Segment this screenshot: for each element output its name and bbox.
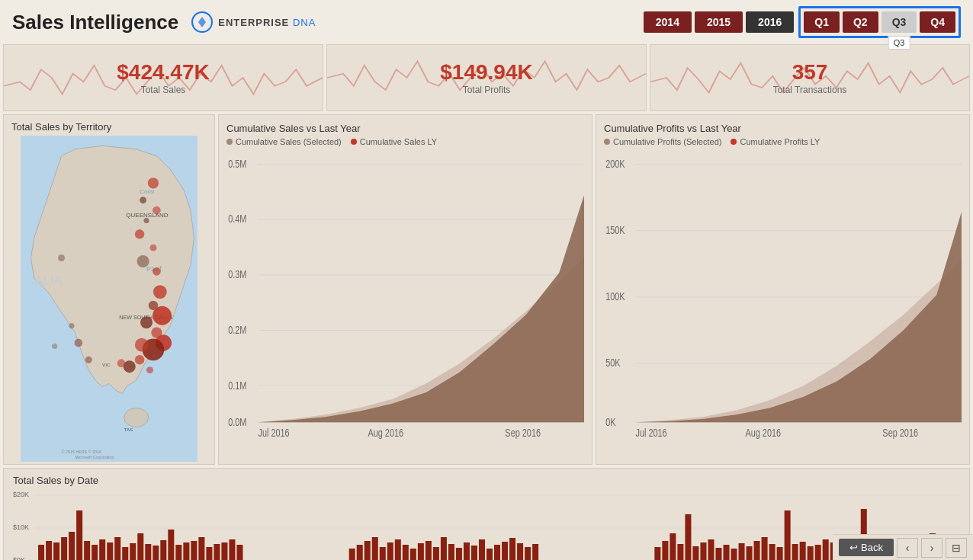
cumulative-sales-legend: Cumulative Sales (Selected) Cumulative S… bbox=[226, 137, 584, 146]
kpi-total-profits: $149.94K Total Profits bbox=[326, 44, 647, 111]
bar-27 bbox=[236, 545, 242, 560]
cumulative-charts-row: Cumulative Sales vs Last Year Cumulative… bbox=[218, 114, 970, 465]
bar-sep-4 bbox=[677, 544, 683, 560]
bubble-11 bbox=[153, 306, 172, 325]
x-label-jul-p: Jul 2016 bbox=[635, 427, 666, 439]
y-label-0k: 0K bbox=[605, 415, 616, 428]
quarter-q4-button[interactable]: Q4 bbox=[920, 11, 955, 33]
map-panel: Total Sales by Territory QUEENSLAND NEW … bbox=[3, 114, 215, 465]
bar-17 bbox=[160, 540, 166, 560]
bar-9 bbox=[99, 539, 105, 560]
x-label-aug: Aug 2016 bbox=[368, 427, 403, 439]
y-label-04: 0.4M bbox=[228, 213, 246, 226]
bar-25 bbox=[221, 542, 227, 560]
bar-sep-8 bbox=[708, 539, 714, 560]
bar-2 bbox=[46, 541, 52, 560]
bar-sep-23 bbox=[823, 539, 829, 560]
bar-y-0k: $0K bbox=[13, 556, 25, 560]
cumulative-profits-area: 200K 150K 100K 50K 0K bbox=[604, 151, 962, 439]
page-title: Sales Intelligence bbox=[12, 11, 178, 34]
bar-8 bbox=[92, 545, 98, 560]
bar-sep-2 bbox=[662, 541, 668, 560]
bar-y-20k: $20K bbox=[13, 491, 29, 498]
quarter-q1-button[interactable]: Q1 bbox=[804, 11, 840, 33]
prev-icon: ‹ bbox=[906, 542, 910, 554]
bubble-2 bbox=[140, 197, 146, 203]
prev-page-button[interactable]: ‹ bbox=[897, 538, 918, 558]
bar-aug-2 bbox=[357, 545, 363, 560]
australia-map: QUEENSLAND NEW SOUTH WALES VIC ALIA Cora… bbox=[4, 136, 214, 462]
header: Sales Intelligence ENTERPRISE DNA 2014 2… bbox=[0, 0, 973, 44]
tasmania bbox=[124, 408, 149, 427]
total-transactions-value: 357 bbox=[792, 60, 828, 85]
bar-18 bbox=[168, 530, 174, 560]
legend-profits-selected: Cumulative Profits (Selected) bbox=[604, 137, 721, 146]
bar-aug-3 bbox=[364, 541, 371, 560]
bubble-20 bbox=[146, 366, 153, 373]
logo-text: ENTERPRISE DNA bbox=[218, 17, 316, 28]
bar-aug-15 bbox=[456, 548, 462, 560]
legend-label-profits-selected: Cumulative Profits (Selected) bbox=[613, 137, 721, 146]
bar-aug-16 bbox=[464, 542, 470, 560]
bar-aug-25 bbox=[532, 544, 538, 560]
cumulative-sales-title: Cumulative Sales vs Last Year bbox=[226, 123, 584, 134]
bar-aug-19 bbox=[486, 549, 493, 560]
bar-sep-9 bbox=[715, 548, 721, 560]
bar-aug-9 bbox=[410, 549, 416, 560]
print-button[interactable]: ⊟ bbox=[946, 538, 967, 558]
bar-sep-19 bbox=[792, 544, 798, 560]
bar-aug-1 bbox=[349, 549, 355, 560]
y-label-100k: 100K bbox=[605, 290, 625, 303]
bar-sep-11 bbox=[731, 549, 737, 560]
bar-14 bbox=[137, 533, 143, 560]
bar-sep-21 bbox=[808, 546, 814, 560]
year-2014-button[interactable]: 2014 bbox=[644, 11, 692, 33]
bar-aug-8 bbox=[403, 545, 409, 560]
y-label-01: 0.1M bbox=[228, 379, 246, 392]
back-button[interactable]: ↩ Back bbox=[839, 539, 894, 556]
bar-1 bbox=[38, 545, 44, 560]
quarter-q2-button[interactable]: Q2 bbox=[843, 11, 878, 33]
back-label: Back bbox=[861, 542, 883, 553]
quarter-q3-button[interactable]: Q3 bbox=[881, 11, 917, 33]
bar-4 bbox=[61, 537, 67, 560]
kpi-row: $424.47K Total Sales $149.94K Total Prof… bbox=[0, 44, 973, 111]
bar-sep-22 bbox=[815, 545, 821, 560]
bar-16 bbox=[153, 546, 159, 560]
bubble-16 bbox=[135, 338, 149, 352]
bar-22 bbox=[198, 537, 204, 560]
bar-15 bbox=[145, 544, 151, 560]
kpi-total-sales: $424.47K Total Sales bbox=[3, 44, 323, 111]
map-title: Total Sales by Territory bbox=[4, 115, 214, 136]
legend-cumulative-sales-ly: Cumulative Sales LY bbox=[351, 137, 437, 146]
bar-aug-12 bbox=[433, 547, 439, 560]
next-page-button[interactable]: › bbox=[921, 538, 942, 558]
bar-10 bbox=[107, 542, 113, 560]
bar-y-10k: $10K bbox=[13, 523, 29, 531]
bar-20 bbox=[183, 542, 189, 560]
main-content: Total Sales by Territory QUEENSLAND NEW … bbox=[0, 114, 973, 465]
bubble-7 bbox=[137, 255, 149, 267]
legend-cumulative-sales-selected: Cumulative Sales (Selected) bbox=[226, 137, 342, 146]
year-2015-button[interactable]: 2015 bbox=[695, 11, 743, 33]
bar-11 bbox=[114, 537, 120, 560]
bubble-6 bbox=[150, 245, 157, 251]
copyright-here: © 2016 HERE © 2016 bbox=[62, 450, 101, 454]
bar-aug-22 bbox=[509, 538, 515, 560]
bar-26 bbox=[229, 539, 235, 560]
bar-sep-6 bbox=[692, 546, 698, 560]
legend-dot-profits-ly bbox=[731, 139, 737, 145]
bubble-19 bbox=[117, 359, 126, 367]
bar-sep-10 bbox=[724, 545, 730, 560]
legend-dot-profits-selected bbox=[604, 139, 610, 145]
coral-sea-label: Coral bbox=[140, 188, 154, 195]
bubble-9 bbox=[153, 285, 167, 299]
logo: ENTERPRISE DNA bbox=[191, 11, 316, 34]
next-icon: › bbox=[930, 542, 934, 554]
year-2016-button[interactable]: 2016 bbox=[746, 11, 794, 33]
logo-icon bbox=[191, 11, 214, 34]
bar-sep-3 bbox=[670, 533, 676, 560]
bar-aug-23 bbox=[517, 543, 523, 560]
bar-19 bbox=[175, 545, 181, 560]
bar-sep-18 bbox=[785, 510, 791, 560]
